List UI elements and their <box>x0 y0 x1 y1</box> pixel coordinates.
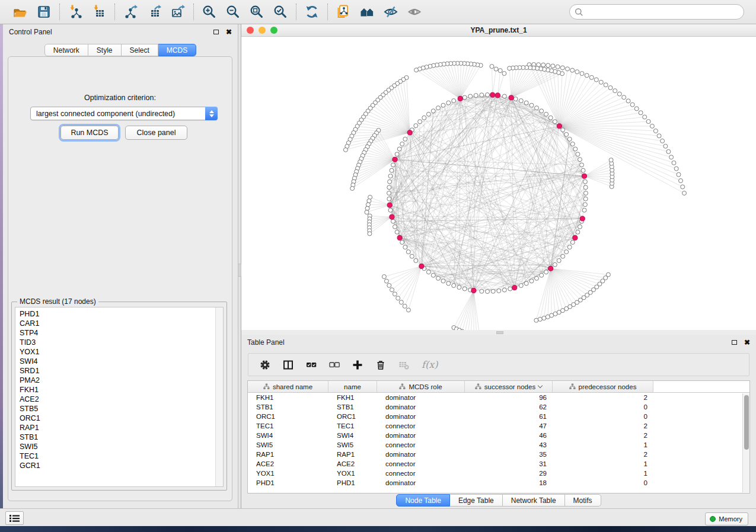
mcds-result-item[interactable]: ORC1 <box>15 414 215 423</box>
run-mcds-button[interactable]: Run MCDS <box>60 126 119 140</box>
splitter-grip[interactable] <box>496 331 503 334</box>
zoom-in-button[interactable] <box>200 3 219 21</box>
network-node[interactable] <box>538 317 542 321</box>
network-node[interactable] <box>626 99 630 103</box>
network-node[interactable] <box>393 292 397 296</box>
network-node[interactable] <box>462 95 467 100</box>
mcds-node[interactable] <box>509 95 513 100</box>
network-node[interactable] <box>561 254 565 258</box>
table-row[interactable]: PHD1PHD1dominator180 <box>248 478 749 488</box>
network-node[interactable] <box>583 180 587 184</box>
network-node[interactable] <box>529 103 534 107</box>
network-node[interactable] <box>387 197 391 201</box>
column-header-MCDS-role[interactable]: MCDS role <box>377 381 465 392</box>
close-panel-icon[interactable]: ✖ <box>744 339 750 346</box>
network-node[interactable] <box>551 64 555 68</box>
network-node[interactable] <box>540 109 544 113</box>
network-node[interactable] <box>646 120 650 124</box>
network-node[interactable] <box>422 116 426 120</box>
mcds-result-item[interactable]: STB5 <box>15 404 215 414</box>
network-node[interactable] <box>403 304 407 308</box>
network-node[interactable] <box>575 70 579 74</box>
export-table-button[interactable] <box>145 3 164 21</box>
mcds-result-item[interactable]: PMA2 <box>15 376 215 385</box>
network-node[interactable] <box>391 219 395 223</box>
network-node[interactable] <box>494 67 498 71</box>
column-header-successor-nodes[interactable]: successor nodes <box>465 381 553 392</box>
mcds-result-item[interactable]: STB1 <box>15 432 215 442</box>
open-session-button[interactable] <box>11 3 30 21</box>
show-graphics-details-button[interactable] <box>405 3 424 21</box>
network-node[interactable] <box>406 250 410 254</box>
network-node[interactable] <box>387 185 391 190</box>
network-node[interactable] <box>540 273 544 277</box>
network-node[interactable] <box>508 287 512 291</box>
delete-column-button[interactable] <box>375 360 386 370</box>
network-node[interactable] <box>567 245 572 249</box>
network-node[interactable] <box>486 93 490 97</box>
tab-motifs[interactable]: Motifs <box>565 494 601 507</box>
mcds-node[interactable] <box>387 203 392 207</box>
tab-select[interactable]: Select <box>122 44 158 56</box>
network-node[interactable] <box>634 107 639 111</box>
memory-button[interactable]: Memory <box>705 512 748 525</box>
network-node[interactable] <box>388 208 393 212</box>
apply-preferred-layout-button[interactable] <box>302 3 321 21</box>
network-node[interactable] <box>390 168 394 172</box>
network-node[interactable] <box>664 144 668 148</box>
network-node[interactable] <box>544 112 548 116</box>
network-node[interactable] <box>608 86 613 90</box>
first-neighbors-button[interactable] <box>358 3 377 21</box>
network-node[interactable] <box>553 120 557 124</box>
mcds-node[interactable] <box>471 288 476 293</box>
zoom-out-button[interactable] <box>224 3 243 21</box>
network-node[interactable] <box>609 158 613 162</box>
network-node[interactable] <box>599 80 603 84</box>
export-image-button[interactable] <box>168 3 187 21</box>
network-node[interactable] <box>343 148 347 152</box>
mcds-node[interactable] <box>407 130 412 135</box>
network-node[interactable] <box>418 120 422 124</box>
network-node[interactable] <box>457 286 461 290</box>
network-node[interactable] <box>491 289 495 293</box>
mcds-node[interactable] <box>458 96 462 101</box>
network-node[interactable] <box>384 279 388 283</box>
deselect-all-button[interactable] <box>329 360 340 370</box>
network-node[interactable] <box>486 290 490 294</box>
network-node[interactable] <box>513 97 518 101</box>
network-node[interactable] <box>529 279 534 283</box>
network-node[interactable] <box>653 129 658 133</box>
mcds-node[interactable] <box>490 92 495 97</box>
mcds-result-item[interactable]: SWI4 <box>15 357 215 366</box>
network-node[interactable] <box>666 149 671 153</box>
tab-network-table[interactable]: Network Table <box>503 494 565 507</box>
network-node[interactable] <box>431 273 435 277</box>
network-node[interactable] <box>567 137 572 141</box>
network-node[interactable] <box>441 103 445 107</box>
network-node[interactable] <box>502 94 506 98</box>
network-node[interactable] <box>436 276 441 280</box>
network-node[interactable] <box>650 124 654 128</box>
network-node[interactable] <box>366 203 370 207</box>
network-node[interactable] <box>426 270 430 274</box>
network-node[interactable] <box>535 106 539 110</box>
search-input[interactable] <box>586 8 735 16</box>
network-node[interactable] <box>564 250 569 254</box>
network-node[interactable] <box>546 315 550 319</box>
network-node[interactable] <box>682 191 687 196</box>
mcds-result-item[interactable]: CAR1 <box>15 319 215 328</box>
tab-style[interactable]: Style <box>88 44 122 56</box>
network-node[interactable] <box>657 134 661 138</box>
mcds-result-item[interactable]: TID3 <box>15 338 215 347</box>
zoom-selected-button[interactable] <box>271 3 290 21</box>
criterion-dropdown[interactable]: largest connected component (undirected) <box>30 107 218 120</box>
network-node[interactable] <box>535 276 539 280</box>
table-row[interactable]: ACE2ACE2connector311 <box>248 459 749 469</box>
network-node[interactable] <box>570 68 575 72</box>
network-node[interactable] <box>436 106 441 110</box>
network-node[interactable] <box>604 83 608 87</box>
search-box[interactable] <box>569 4 744 20</box>
network-node[interactable] <box>480 289 484 293</box>
add-column-button[interactable] <box>352 360 363 370</box>
mcds-list-scrollbar[interactable] <box>215 307 223 486</box>
